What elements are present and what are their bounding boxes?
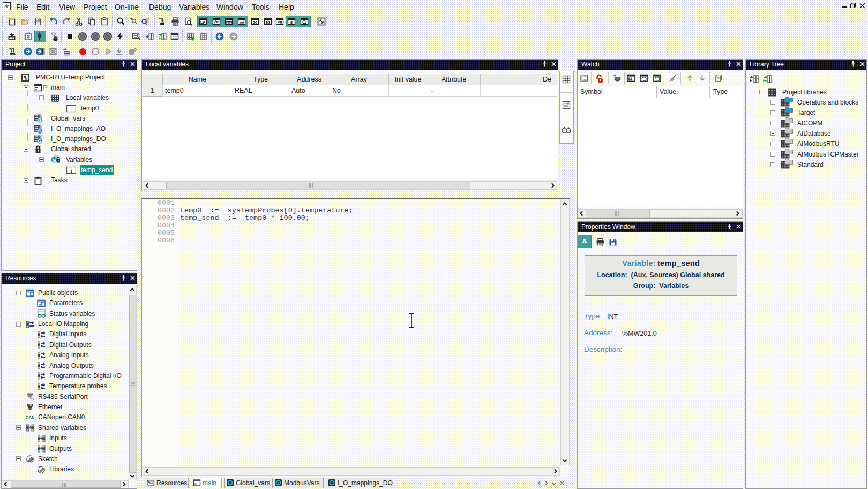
svg-text:G: G xyxy=(38,117,42,123)
svg-text:CAN: CAN xyxy=(26,415,34,420)
svg-text:i: i xyxy=(71,168,72,174)
svg-text:G: G xyxy=(52,158,56,163)
svg-text:G: G xyxy=(38,128,42,134)
svg-text:G: G xyxy=(38,138,42,144)
